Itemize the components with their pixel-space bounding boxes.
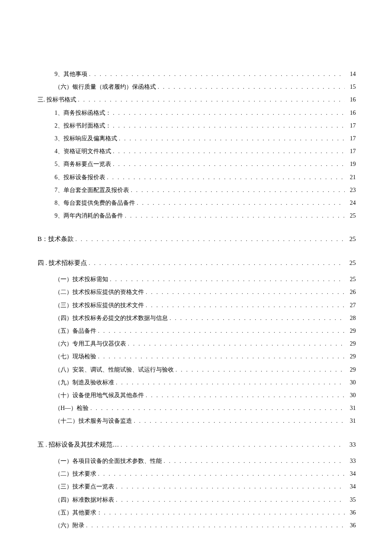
- toc-leader-dots: [164, 458, 345, 465]
- toc-entry-label: 五 . 招标设备及其技术规范…: [37, 441, 119, 449]
- toc-entry-page: 25: [346, 235, 356, 244]
- toc-entry-page: 30: [346, 392, 356, 399]
- toc-entry-label: 1、商务投标函格式：: [55, 109, 111, 117]
- toc-leader-dots: [89, 71, 345, 78]
- toc-entry-page: 31: [346, 404, 356, 412]
- toc-entry-page: 31: [346, 417, 356, 425]
- toc-entry-page: 17: [346, 122, 356, 130]
- toc-entry-page: 30: [346, 379, 356, 386]
- toc-entry-page: 21: [346, 174, 356, 181]
- toc-entry-label: （十二）技术服务与设备监造: [55, 417, 132, 425]
- toc-entry: 五 . 招标设备及其技术规范… 33: [37, 441, 356, 449]
- toc-leader-dots: [90, 405, 345, 412]
- toc-leader-dots: [116, 497, 345, 504]
- toc-entry: 四 . 技术招标要点25: [37, 259, 356, 267]
- toc-entry-label: （二）技术投标应提供的资格文件: [55, 288, 144, 296]
- toc-leader-dots: [176, 366, 345, 374]
- toc-entry-page: 16: [346, 96, 356, 104]
- toc-entry-page: 17: [346, 148, 356, 155]
- toc-leader-dots: [121, 442, 345, 449]
- toc-entry-page: 33: [346, 457, 356, 465]
- toc-entry: 2、投标书封面格式：17: [37, 122, 356, 130]
- toc-entry-page: 29: [346, 366, 356, 374]
- toc-entry-page: 33: [346, 441, 356, 449]
- toc-entry-label: （四）技术投标务必提交的技术数据与信息: [55, 314, 168, 322]
- toc-entry-page: 27: [346, 302, 356, 309]
- toc-entry: （四）标准数据对标表35: [37, 496, 356, 504]
- toc-entry: （七）现场检验29: [37, 353, 356, 360]
- toc-entry-page: 15: [346, 83, 356, 91]
- toc-leader-dots: [98, 353, 345, 360]
- toc-leader-dots: [170, 315, 345, 322]
- toc-entry-label: （十）设备使用地气候及其他条件: [55, 392, 144, 399]
- toc-leader-dots: [113, 148, 345, 155]
- toc-entry-label: （五）备品备件: [55, 327, 96, 335]
- toc-entry-page: 25: [346, 259, 356, 267]
- toc-leader-dots: [110, 276, 345, 283]
- toc-leader-dots: [113, 110, 345, 117]
- toc-entry: 9、其他事项14: [37, 70, 356, 78]
- toc-entry: 6、投标设备报价表21: [37, 174, 356, 181]
- toc-entry: （三）技术投标应提供的技术文件27: [37, 302, 356, 309]
- toc-entry: 9、两年内消耗的备品备件25: [37, 212, 356, 220]
- toc-entry: （四）技术投标务必提交的技术数据与信息28: [37, 314, 356, 322]
- toc-entry: （二）技术投标应提供的资格文件26: [37, 288, 356, 296]
- toc-leader-dots: [131, 187, 345, 194]
- toc-entry: （一）技术投标需知25: [37, 276, 356, 283]
- toc-entry: （八）安装、调试、性能试验、试运行与验收29: [37, 366, 356, 374]
- table-of-contents: 9、其他事项14（六）银行质量（或者履约）保函格式15三. 投标书格式161、商…: [37, 70, 356, 529]
- toc-entry-label: 9、两年内消耗的备品备件: [55, 212, 123, 220]
- toc-leader-dots: [104, 509, 345, 517]
- toc-leader-dots: [78, 96, 345, 104]
- toc-entry-label: 4、资格证明文件格式: [55, 148, 111, 155]
- toc-leader-dots: [116, 483, 345, 491]
- toc-entry: 三. 投标书格式16: [37, 96, 356, 104]
- toc-entry-page: 25: [346, 212, 356, 220]
- toc-entry-label: （五）其他要求：: [55, 509, 102, 517]
- toc-entry-page: 14: [346, 70, 356, 78]
- toc-entry-label: 三. 投标书格式: [37, 96, 76, 104]
- toc-entry-label: （九）制造及验收标准: [55, 379, 114, 386]
- toc-entry-page: 25: [346, 276, 356, 283]
- toc-entry: （H—）检验31: [37, 404, 356, 412]
- toc-entry-page: 23: [346, 186, 356, 194]
- toc-entry: （六）专用工具与仪器仪表29: [37, 340, 356, 348]
- toc-leader-dots: [98, 328, 345, 335]
- toc-entry: （六）银行质量（或者履约）保函格式15: [37, 83, 356, 91]
- toc-entry-page: 34: [346, 483, 356, 491]
- toc-entry-label: 8、每台套提供免费的备品备件: [55, 199, 135, 207]
- toc-leader-dots: [107, 174, 345, 181]
- toc-entry-page: 17: [346, 135, 356, 142]
- toc-entry-page: 35: [346, 496, 356, 504]
- toc-entry-page: 29: [346, 353, 356, 360]
- toc-entry: （三）技术要点一览表34: [37, 483, 356, 491]
- toc-entry: （十）设备使用地气候及其他条件30: [37, 392, 356, 399]
- toc-entry-page: 28: [346, 314, 356, 322]
- toc-entry: （五）备品备件29: [37, 327, 356, 335]
- toc-entry-label: 3、投标响应及偏离格式: [55, 135, 117, 142]
- toc-leader-dots: [116, 379, 345, 386]
- toc-leader-dots: [75, 236, 345, 243]
- toc-entry-page: 36: [346, 522, 356, 529]
- toc-leader-dots: [137, 200, 345, 207]
- toc-entry-label: 5、商务标要点一览表: [55, 160, 111, 168]
- toc-leader-dots: [128, 340, 345, 348]
- toc-entry-label: （六）银行质量（或者履约）保函格式: [55, 83, 156, 91]
- toc-leader-dots: [134, 418, 345, 425]
- toc-entry: 4、资格证明文件格式17: [37, 148, 356, 155]
- toc-entry-label: （八）安装、调试、性能试验、试运行与验收: [55, 366, 174, 374]
- toc-leader-dots: [125, 212, 345, 220]
- toc-entry-label: （三）技术投标应提供的技术文件: [55, 302, 144, 309]
- toc-leader-dots: [119, 135, 345, 142]
- toc-leader-dots: [89, 260, 345, 267]
- toc-entry-label: 四 . 技术招标要点: [37, 259, 87, 267]
- toc-entry: （一）各项目设备的全面技术参数、性能33: [37, 457, 356, 465]
- toc-entry-label: 6、投标设备报价表: [55, 174, 105, 181]
- toc-entry: 3、投标响应及偏离格式17: [37, 135, 356, 142]
- toc-entry: B：技术条款25: [37, 235, 356, 244]
- toc-leader-dots: [146, 302, 345, 309]
- toc-entry-label: 9、其他事项: [55, 70, 87, 78]
- toc-entry-page: 29: [346, 340, 356, 348]
- toc-entry-label: （六）附录: [55, 522, 84, 529]
- toc-entry: （十二）技术服务与设备监造31: [37, 417, 356, 425]
